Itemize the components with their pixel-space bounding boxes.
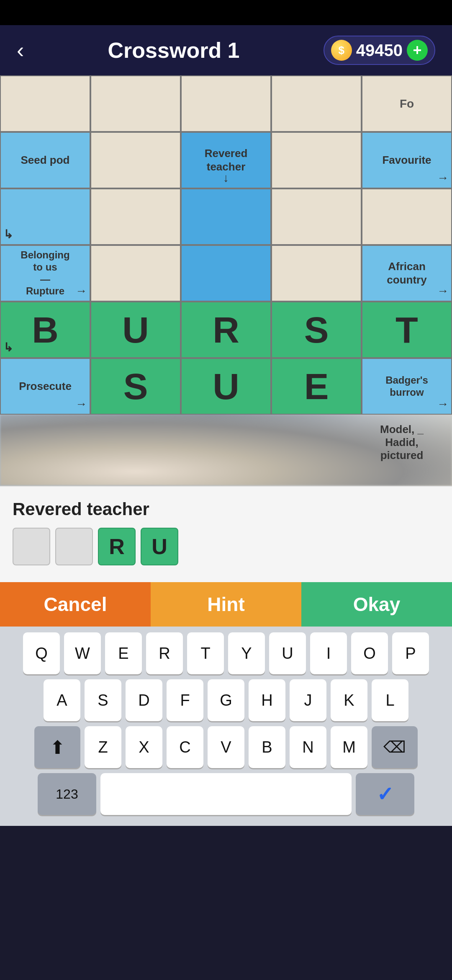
cell-5-4[interactable]: Badger'sburrow xyxy=(362,358,452,415)
cell-5-3[interactable]: E xyxy=(271,358,362,415)
page-title: Crossword 1 xyxy=(108,38,240,63)
key-T[interactable]: T xyxy=(187,632,224,674)
cell-3-3[interactable] xyxy=(271,245,362,302)
key-N[interactable]: N xyxy=(290,726,326,768)
key-X[interactable]: X xyxy=(126,726,162,768)
keyboard-row-2: A S D F G H J K L xyxy=(4,679,448,721)
cell-5-0[interactable]: Prosecute xyxy=(0,358,90,415)
key-Z[interactable]: Z xyxy=(85,726,121,768)
cell-0-2[interactable] xyxy=(181,75,271,132)
cell-1-2[interactable]: Reveredteacher xyxy=(181,132,271,188)
coin-badge: $ 49450 + xyxy=(324,36,435,65)
cell-5-1[interactable]: S xyxy=(90,358,181,415)
key-Y[interactable]: Y xyxy=(228,632,265,674)
grid-row-1: Seed pod Reveredteacher Favourite xyxy=(0,132,452,188)
grid-row-5: Prosecute S U E Badger'sburrow xyxy=(0,358,452,415)
cell-1-4[interactable]: Favourite xyxy=(362,132,452,188)
cell-3-1[interactable] xyxy=(90,245,181,302)
key-L[interactable]: L xyxy=(372,679,408,721)
cell-4-0[interactable]: B xyxy=(0,302,90,358)
crossword-grid: Fo Seed pod Reveredteacher Favourite Bel… xyxy=(0,75,452,415)
cancel-button[interactable]: Cancel xyxy=(0,582,151,627)
shift-button[interactable]: ⬆ xyxy=(34,726,80,768)
key-R[interactable]: R xyxy=(146,632,183,674)
done-button[interactable]: ✓ xyxy=(356,773,414,815)
key-O[interactable]: O xyxy=(351,632,388,674)
okay-button[interactable]: Okay xyxy=(301,582,452,627)
cell-0-3[interactable] xyxy=(271,75,362,132)
cell-0-1[interactable] xyxy=(90,75,181,132)
cell-4-3[interactable]: S xyxy=(271,302,362,358)
back-button[interactable]: ‹ xyxy=(17,38,24,63)
cell-2-4[interactable] xyxy=(362,188,452,245)
grid-row-2 xyxy=(0,188,452,245)
cell-1-3[interactable] xyxy=(271,132,362,188)
photo-area: Model, _Hadid,pictured xyxy=(0,415,452,486)
key-U[interactable]: U xyxy=(269,632,306,674)
cell-1-0[interactable]: Seed pod xyxy=(0,132,90,188)
key-D[interactable]: D xyxy=(126,679,162,721)
cell-2-0[interactable] xyxy=(0,188,90,245)
cell-0-0[interactable] xyxy=(0,75,90,132)
key-C[interactable]: C xyxy=(167,726,203,768)
checkmark-icon: ✓ xyxy=(377,782,393,806)
cell-3-0[interactable]: Belongingto us—Rupture xyxy=(0,245,90,302)
cell-1-1[interactable] xyxy=(90,132,181,188)
grid-row-3: Belongingto us—Rupture Africancountry xyxy=(0,245,452,302)
key-S[interactable]: S xyxy=(85,679,121,721)
key-K[interactable]: K xyxy=(331,679,367,721)
cell-2-3[interactable] xyxy=(271,188,362,245)
answer-boxes: R U xyxy=(13,528,439,565)
key-I[interactable]: I xyxy=(310,632,347,674)
coin-amount: 49450 xyxy=(356,41,403,60)
action-buttons: Cancel Hint Okay xyxy=(0,582,452,627)
key-P[interactable]: P xyxy=(392,632,429,674)
hint-button[interactable]: Hint xyxy=(151,582,301,627)
key-H[interactable]: H xyxy=(249,679,285,721)
key-M[interactable]: M xyxy=(331,726,367,768)
photo-clue: Model, _Hadid,pictured xyxy=(360,423,444,462)
key-F[interactable]: F xyxy=(167,679,203,721)
shift-icon: ⬆ xyxy=(50,737,65,758)
cell-4-2[interactable]: R xyxy=(181,302,271,358)
grid-row-4: B U R S T xyxy=(0,302,452,358)
key-J[interactable]: J xyxy=(290,679,326,721)
answer-box-2[interactable] xyxy=(55,528,93,565)
cell-3-2[interactable] xyxy=(181,245,271,302)
key-B[interactable]: B xyxy=(249,726,285,768)
numbers-button[interactable]: 123 xyxy=(38,773,96,815)
keyboard-row-1: Q W E R T Y U I O P xyxy=(4,632,448,674)
answer-box-4[interactable]: U xyxy=(141,528,178,565)
backspace-button[interactable]: ⌫ xyxy=(372,726,418,768)
add-coins-button[interactable]: + xyxy=(407,40,428,61)
answer-box-1[interactable] xyxy=(13,528,50,565)
key-E[interactable]: E xyxy=(105,632,142,674)
clue-bar: Revered teacher R U xyxy=(0,486,452,582)
cell-3-4[interactable]: Africancountry xyxy=(362,245,452,302)
key-W[interactable]: W xyxy=(64,632,101,674)
cell-0-4[interactable]: Fo xyxy=(362,75,452,132)
space-button[interactable] xyxy=(100,773,352,815)
grid-row-0: Fo xyxy=(0,75,452,132)
cell-5-2[interactable]: U xyxy=(181,358,271,415)
cell-2-1[interactable] xyxy=(90,188,181,245)
status-bar xyxy=(0,0,452,25)
coin-icon: $ xyxy=(331,40,352,61)
header: ‹ Crossword 1 $ 49450 + xyxy=(0,25,452,75)
cell-2-2[interactable] xyxy=(181,188,271,245)
key-V[interactable]: V xyxy=(208,726,244,768)
key-A[interactable]: A xyxy=(44,679,80,721)
key-Q[interactable]: Q xyxy=(23,632,60,674)
keyboard-row-4: 123 ✓ xyxy=(4,773,448,815)
cell-4-1[interactable]: U xyxy=(90,302,181,358)
cell-4-4[interactable]: T xyxy=(362,302,452,358)
answer-box-3[interactable]: R xyxy=(98,528,136,565)
key-G[interactable]: G xyxy=(208,679,244,721)
clue-text: Revered teacher xyxy=(13,499,439,519)
keyboard: Q W E R T Y U I O P A S D F G H J K L ⬆ … xyxy=(0,627,452,826)
keyboard-row-3: ⬆ Z X C V B N M ⌫ xyxy=(4,726,448,768)
